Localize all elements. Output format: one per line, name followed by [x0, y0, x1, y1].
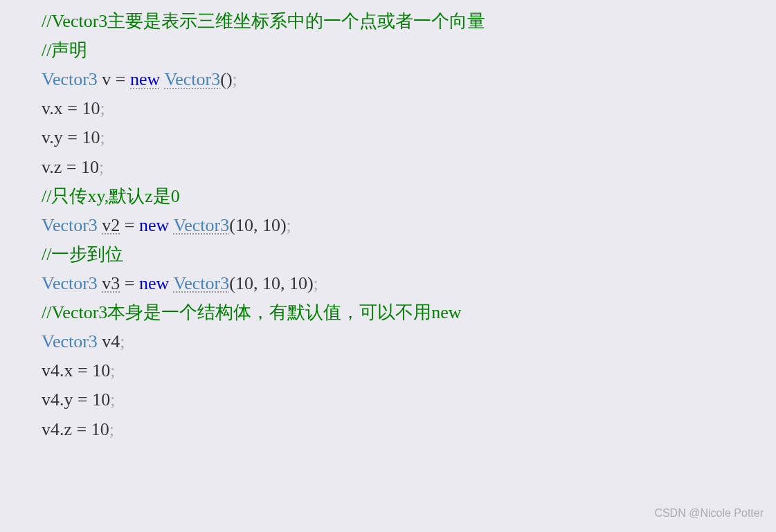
type-token: Vector3 — [42, 331, 98, 351]
number-token: 10 — [82, 127, 100, 147]
expr-token: v4.y — [42, 389, 78, 410]
op-token: = — [67, 127, 82, 147]
var-token: v4 — [98, 331, 120, 351]
number-token: 10 — [92, 389, 110, 410]
code-line-1: //声明 — [42, 36, 734, 65]
code-line-14: v4.z = 10; — [42, 415, 734, 444]
comment-text: //Vector3本身是一个结构体，有默认值，可以不用new — [42, 302, 462, 322]
op-token: = — [67, 98, 82, 118]
op-token: = — [116, 69, 130, 89]
number-token: 10 — [91, 419, 109, 439]
code-block: //Vector3主要是表示三维坐标系中的一个点或者一个向量 //声明 Vect… — [42, 7, 734, 444]
paren-token: (10, 10) — [229, 215, 286, 235]
expr-token: v4.x — [42, 360, 78, 380]
comment-text: //一步到位 — [42, 244, 123, 264]
number-token: 10 — [82, 98, 100, 118]
code-line-4: v.y = 10; — [42, 123, 734, 152]
op-token: = — [125, 215, 139, 235]
expr-token: v.x — [42, 98, 67, 118]
op-token: = — [77, 419, 91, 439]
semicolon: ; — [110, 389, 115, 410]
op-token: = — [78, 360, 92, 380]
new-keyword: new — [139, 215, 169, 235]
semicolon: ; — [99, 157, 104, 177]
semicolon: ; — [314, 273, 318, 293]
paren-token: (10, 10, 10) — [229, 273, 313, 293]
expr-token: v.y — [42, 127, 67, 147]
number-token: 10 — [81, 157, 99, 177]
comment-text: //只传xy,默认z是0 — [42, 186, 180, 206]
var-token: v3 — [102, 273, 120, 293]
var-token: v2 — [102, 215, 120, 235]
op-token: = — [78, 389, 92, 410]
semicolon: ; — [109, 419, 114, 439]
op-token: = — [125, 273, 139, 293]
semicolon: ; — [120, 331, 125, 351]
var-token: v — [98, 69, 116, 89]
code-line-10: //Vector3本身是一个结构体，有默认值，可以不用new — [42, 298, 734, 327]
semicolon: ; — [100, 98, 105, 118]
code-line-12: v4.x = 10; — [42, 356, 734, 385]
type-token: Vector3 — [42, 273, 98, 293]
semicolon: ; — [100, 127, 105, 147]
expr-token: v.z — [42, 157, 66, 177]
new-keyword: new — [139, 273, 169, 293]
semicolon: ; — [287, 215, 291, 235]
semicolon: ; — [233, 69, 237, 89]
code-line-13: v4.y = 10; — [42, 385, 734, 414]
type-token: Vector3 — [42, 69, 98, 89]
comment-text: //Vector3主要是表示三维坐标系中的一个点或者一个向量 — [42, 11, 485, 31]
expr-token: v4.z — [42, 419, 77, 439]
code-line-6: //只传xy,默认z是0 — [42, 182, 734, 211]
constructor-token: Vector3 — [164, 69, 220, 89]
code-line-5: v.z = 10; — [42, 153, 734, 182]
constructor-token: Vector3 — [173, 273, 229, 293]
comment-text: //声明 — [42, 40, 87, 60]
paren-token: () — [220, 69, 232, 89]
number-token: 10 — [92, 360, 110, 380]
semicolon: ; — [110, 360, 115, 380]
new-keyword: new — [130, 69, 160, 89]
constructor-token: Vector3 — [173, 215, 229, 235]
type-token: Vector3 — [42, 215, 98, 235]
code-line-7: Vector3 v2 = new Vector3(10, 10); — [42, 211, 734, 240]
code-line-2: Vector3 v = new Vector3(); — [42, 65, 734, 94]
code-line-8: //一步到位 — [42, 240, 734, 269]
code-line-11: Vector3 v4; — [42, 327, 734, 356]
watermark-text: CSDN @Nicole Potter — [654, 504, 764, 522]
code-line-3: v.x = 10; — [42, 94, 734, 123]
code-line-9: Vector3 v3 = new Vector3(10, 10, 10); — [42, 269, 734, 298]
code-line-0: //Vector3主要是表示三维坐标系中的一个点或者一个向量 — [42, 7, 734, 36]
op-token: = — [66, 157, 81, 177]
